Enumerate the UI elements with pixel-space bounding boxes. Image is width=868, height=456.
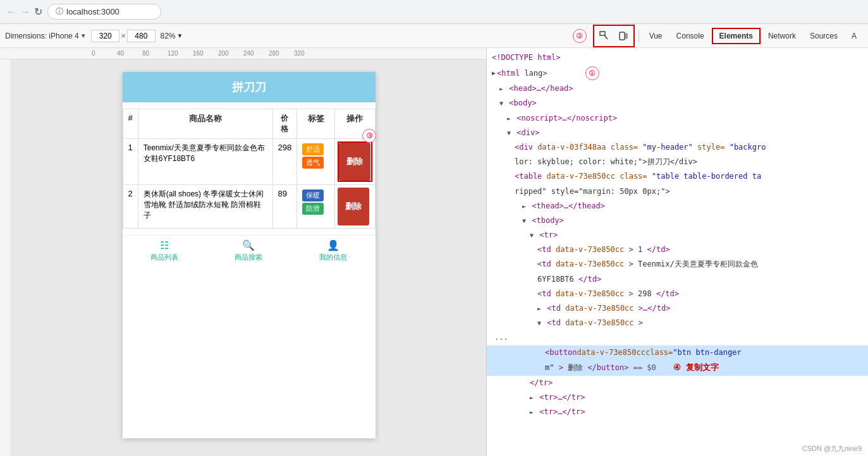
myheader-class-val: "my-header" [642, 143, 692, 152]
td-price-line: <td data-v-73e850cc > 298 </td> [487, 287, 868, 301]
browser-nav[interactable]: ← → ↻ [6, 6, 42, 18]
tr3-collapsed-line[interactable]: ► <tr>…</tr> [487, 405, 868, 419]
dimensions-dropdown-icon[interactable]: ▼ [80, 32, 87, 39]
tab-elements[interactable]: Elements [713, 29, 759, 43]
width-input[interactable] [91, 30, 119, 42]
url-bar[interactable]: ⓘ localhost:3000 [47, 4, 161, 20]
td-action-datav: data-v-73e850cc [565, 318, 633, 327]
dimensions-label[interactable]: Dimensions: iPhone 4 [5, 32, 79, 40]
td-id-tag: <td [537, 245, 551, 254]
tab-more[interactable]: A [845, 29, 863, 43]
zoom-control[interactable]: 82% ▼ [160, 32, 183, 40]
thead-collapsed-line[interactable]: ► <thead>…</thead> [487, 199, 868, 213]
head-collapsed-line[interactable]: ► <head>…</head> [487, 81, 868, 96]
td-id-close: > [629, 245, 633, 254]
thead-tag: <thead>…</thead> [532, 201, 605, 210]
nav-profile[interactable]: 👤 我的信息 [319, 239, 347, 262]
refresh-icon[interactable]: ↻ [34, 6, 42, 18]
collapse-noscript[interactable]: ► [507, 115, 511, 122]
col-id: # [123, 109, 138, 139]
html-open-tag: <html [497, 68, 520, 80]
btn-tag-open: <button [545, 347, 577, 359]
collapse-tr3[interactable]: ► [530, 409, 534, 416]
nav-search[interactable]: 🔍 商品搜索 [235, 239, 262, 262]
td-tags-collapsed-line[interactable]: ► <td data-v-73e850cc >…</td> [487, 301, 868, 316]
row2-action: 删除 [335, 185, 375, 229]
doctype-text: <!DOCTYPE html> [492, 53, 560, 62]
td-name-cont: 6YF18BT6 [537, 275, 574, 284]
collapse-tr2[interactable]: ► [530, 394, 534, 401]
myheader-style-cont: lor: skyblue; color: white;">拼刀刀</div> [515, 157, 697, 166]
zoom-dropdown-icon: ▼ [177, 32, 183, 39]
collapse-div[interactable]: ▼ [507, 129, 511, 136]
collapse-thead[interactable]: ► [522, 203, 526, 210]
tab-console[interactable]: Console [670, 29, 711, 43]
tab-network[interactable]: Network [762, 29, 802, 43]
div-open-line[interactable]: ▼ <div> [487, 126, 868, 140]
more-dots-line: ... [487, 330, 868, 345]
tr-open-line[interactable]: ▼ <tr> [487, 228, 868, 243]
inspect-element-icon[interactable] [596, 27, 613, 45]
td-tags-datav: data-v-73e850cc [565, 304, 633, 313]
delete-button-row1[interactable]: 删除 [339, 143, 370, 181]
main-area: 0 40 80 120 160 200 240 280 320 拼刀刀 [0, 48, 868, 456]
back-icon[interactable]: ← [6, 6, 16, 18]
td-id-datav: data-v-73e850cc [556, 245, 624, 254]
forward-icon[interactable]: → [20, 6, 30, 18]
delete-button-row2[interactable]: 删除 [338, 188, 369, 225]
btn-class-val-cont: m" [545, 363, 554, 372]
col-tags: 标签 [297, 109, 335, 139]
collapse-head[interactable]: ► [499, 85, 503, 92]
ruler-mark-120: 120 [168, 50, 193, 57]
tab-vue[interactable]: Vue [643, 29, 669, 43]
collapse-tr[interactable]: ▼ [530, 232, 534, 239]
ruler-mark-160: 160 [193, 50, 218, 57]
elements-panel-content: <!DOCTYPE html> ▶ <html lang > ① ► <head… [487, 51, 868, 419]
tbody-open-line[interactable]: ▼ <tbody> [487, 213, 868, 228]
button-selected-line-cont[interactable]: m" > 删除 </button> == $0 ④ 复制文字 [487, 360, 868, 376]
row2-name: 奥休斯(all shoes) 冬季保暖女士休闲雪地靴 舒适加绒防水短靴 防滑棉鞋… [138, 185, 272, 229]
td-id-end: </td> [647, 245, 669, 254]
height-input[interactable] [127, 30, 156, 42]
td-name-end: </td> [578, 275, 601, 284]
tab-sources[interactable]: Sources [804, 29, 844, 43]
collapse-td-action[interactable]: ▼ [537, 320, 541, 327]
nav-product-list[interactable]: ☷ 商品列表 [150, 239, 178, 262]
collapse-html[interactable]: ▶ [492, 68, 496, 78]
collapse-body[interactable]: ▼ [499, 100, 503, 107]
elements-panel[interactable]: <!DOCTYPE html> ▶ <html lang > ① ► <head… [487, 48, 868, 456]
btn-class-attr: class= [645, 347, 673, 359]
toolbar-divider [639, 30, 639, 42]
tr-end-tag: </tr> [530, 378, 553, 387]
zoom-value: 82% [160, 32, 175, 40]
collapse-td-tags[interactable]: ► [537, 305, 541, 312]
collapse-tbody[interactable]: ▼ [522, 217, 526, 224]
myheader-style-attr: style= [697, 143, 724, 152]
body-open-line[interactable]: ▼ <body> [487, 96, 868, 111]
tr-tag: <tr> [539, 231, 558, 239]
ruler-mark-280: 280 [269, 50, 294, 57]
nav-profile-icon: 👤 [327, 239, 339, 251]
button-selected-line[interactable]: <button data-v-73e850cc class= "btn btn-… [487, 345, 868, 360]
row1-id: 1 [123, 139, 138, 185]
row2-tags: 保暖 防滑 [297, 185, 335, 229]
myheader-line[interactable]: <div data-v-03f348aa class= "my-header" … [487, 140, 868, 155]
device-toggle-icon[interactable] [614, 27, 632, 45]
html-tag-line[interactable]: ▶ <html lang > ① [487, 65, 868, 81]
nav-profile-label: 我的信息 [319, 253, 347, 262]
delete-btn-highlighted-box: 删除 [338, 141, 372, 182]
tr2-collapsed-line[interactable]: ► <tr>…</tr> [487, 390, 868, 405]
td-price-datav: data-v-73e850cc [556, 289, 624, 298]
btn-dollar-sign: == $0 [633, 363, 656, 372]
noscript-line[interactable]: ► <noscript>…</noscript> [487, 111, 868, 126]
td-action-close: > [639, 318, 643, 327]
td-action-open-line[interactable]: ▼ <td data-v-73e850cc > [487, 316, 868, 330]
td-price-tag: <td [537, 289, 551, 298]
svg-rect-1 [620, 32, 625, 40]
tr-close-line: </tr> [487, 376, 868, 390]
more-dots: ... [489, 333, 508, 342]
icon-group-highlighted [593, 25, 635, 47]
table-line[interactable]: <table data-v-73e850cc class= "table tab… [487, 169, 868, 184]
ruler-vertical [0, 59, 11, 456]
btn-end-tag: </button> [587, 363, 628, 372]
